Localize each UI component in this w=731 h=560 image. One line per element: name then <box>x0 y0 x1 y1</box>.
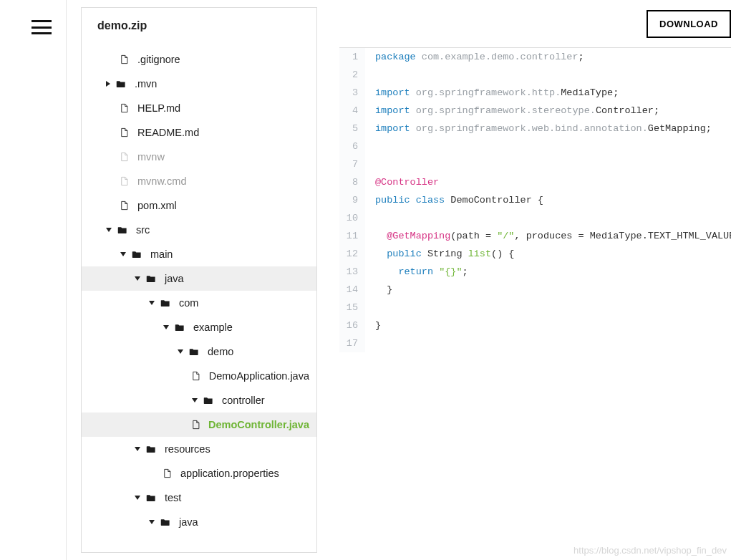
node-label: HELP.md <box>137 102 180 114</box>
code-source <box>365 299 381 317</box>
code-source: } <box>365 317 381 334</box>
file-node-pom-xml[interactable]: pom.xml <box>82 193 316 218</box>
file-node-mvnw-cmd[interactable]: mvnw.cmd <box>82 169 316 193</box>
line-number: 14 <box>339 281 365 299</box>
folder-node-resources[interactable]: resources <box>82 437 316 461</box>
file-node-demoapplication-java[interactable]: DemoApplication.java <box>82 364 316 388</box>
code-source: import org.springframework.stereotype.Co… <box>365 102 659 120</box>
folder-node-com[interactable]: com <box>82 291 316 315</box>
node-label: example <box>193 322 233 333</box>
caret-down-icon[interactable] <box>192 398 198 402</box>
code-source <box>365 334 381 352</box>
code-line: 17 <box>339 334 731 352</box>
archive-title: demo.zip <box>82 8 316 44</box>
line-number: 17 <box>339 334 365 352</box>
file-node-help-md[interactable]: HELP.md <box>82 96 316 120</box>
caret-down-icon[interactable] <box>135 447 140 451</box>
caret-down-icon[interactable] <box>178 349 183 354</box>
file-icon <box>117 126 130 139</box>
file-icon <box>160 467 173 480</box>
node-label: resources <box>165 443 210 455</box>
code-line: 2 <box>339 66 731 84</box>
folder-icon <box>115 77 127 90</box>
line-number: 12 <box>339 245 365 263</box>
folder-icon <box>188 345 200 358</box>
folder-node-java[interactable]: java <box>82 510 316 534</box>
vertical-divider <box>66 0 67 560</box>
file-node-mvnw[interactable]: mvnw <box>82 145 316 169</box>
file-icon <box>117 102 130 115</box>
node-label: mvnw <box>137 151 165 163</box>
file-node--gitignore[interactable]: .gitignore <box>82 47 316 72</box>
line-number: 9 <box>339 191 365 209</box>
file-node-democontroller-java[interactable]: DemoController.java <box>82 412 316 437</box>
code-source: @Controller <box>365 173 439 191</box>
folder-icon <box>145 272 158 285</box>
folder-icon <box>145 491 158 504</box>
code-line: 11 @GetMapping(path = "/", produces = Me… <box>339 227 731 245</box>
code-line: 13 return "{}"; <box>339 263 731 281</box>
line-number: 13 <box>339 263 365 281</box>
caret-down-icon[interactable] <box>163 325 169 329</box>
code-source <box>365 209 381 227</box>
folder-node-test[interactable]: test <box>82 486 316 510</box>
caret-down-icon[interactable] <box>149 520 155 524</box>
code-line: 15 <box>339 299 731 317</box>
code-source: package com.example.demo.controller; <box>365 48 584 66</box>
code-line: 4import org.springframework.stereotype.C… <box>339 102 731 120</box>
code-viewer[interactable]: 1package com.example.demo.controller;2 3… <box>339 47 731 553</box>
file-tree-panel: demo.zip .gitignore.mvnHELP.mdREADME.mdm… <box>81 7 317 553</box>
code-source: } <box>365 281 392 299</box>
node-label: DemoApplication.java <box>209 370 309 382</box>
node-label: java <box>165 273 184 284</box>
folder-node-main[interactable]: main <box>82 242 316 266</box>
line-number: 6 <box>339 137 365 155</box>
caret-down-icon[interactable] <box>135 496 140 500</box>
code-source: return "{}"; <box>365 263 468 281</box>
folder-node-controller[interactable]: controller <box>82 388 316 412</box>
folder-icon <box>145 443 158 455</box>
node-label: README.md <box>137 127 199 138</box>
file-tree[interactable]: .gitignore.mvnHELP.mdREADME.mdmvnwmvnw.c… <box>82 44 316 552</box>
code-line: 1package com.example.demo.controller; <box>339 48 731 66</box>
download-button[interactable]: DOWNLOAD <box>647 10 731 38</box>
node-label: com <box>179 297 198 309</box>
caret-right-icon[interactable] <box>106 81 110 87</box>
folder-node-java[interactable]: java <box>82 266 316 291</box>
node-label: mvnw.cmd <box>137 175 187 187</box>
caret-down-icon[interactable] <box>106 228 112 232</box>
caret-down-icon[interactable] <box>120 252 126 256</box>
folder-node-src[interactable]: src <box>82 218 316 242</box>
line-number: 8 <box>339 173 365 191</box>
code-source: @GetMapping(path = "/", produces = Media… <box>365 227 731 245</box>
node-label: src <box>136 224 150 236</box>
folder-node--mvn[interactable]: .mvn <box>82 72 316 96</box>
folder-icon <box>130 248 143 261</box>
code-line: 16} <box>339 317 731 334</box>
code-line: 12 public String list() { <box>339 245 731 263</box>
code-line: 10 <box>339 209 731 227</box>
node-label: main <box>150 248 173 260</box>
folder-icon <box>116 223 129 236</box>
line-number: 7 <box>339 155 365 173</box>
node-label: DemoController.java <box>208 419 309 430</box>
line-number: 3 <box>339 84 365 102</box>
caret-down-icon[interactable] <box>135 276 140 281</box>
caret-down-icon[interactable] <box>149 301 155 305</box>
folder-node-demo[interactable]: demo <box>82 339 316 364</box>
hamburger-menu-icon[interactable] <box>32 20 52 34</box>
code-line: 9public class DemoController { <box>339 191 731 209</box>
file-icon <box>190 418 201 431</box>
folder-icon <box>173 321 186 334</box>
node-label: application.properties <box>180 468 279 479</box>
line-number: 15 <box>339 299 365 317</box>
file-node-application-properties[interactable]: application.properties <box>82 461 316 486</box>
folder-node-example[interactable]: example <box>82 315 316 339</box>
code-source <box>365 137 381 155</box>
code-source <box>365 66 381 84</box>
line-number: 1 <box>339 48 365 66</box>
file-icon <box>190 370 202 382</box>
folder-icon <box>202 394 215 407</box>
file-icon <box>117 175 130 188</box>
file-node-readme-md[interactable]: README.md <box>82 120 316 145</box>
